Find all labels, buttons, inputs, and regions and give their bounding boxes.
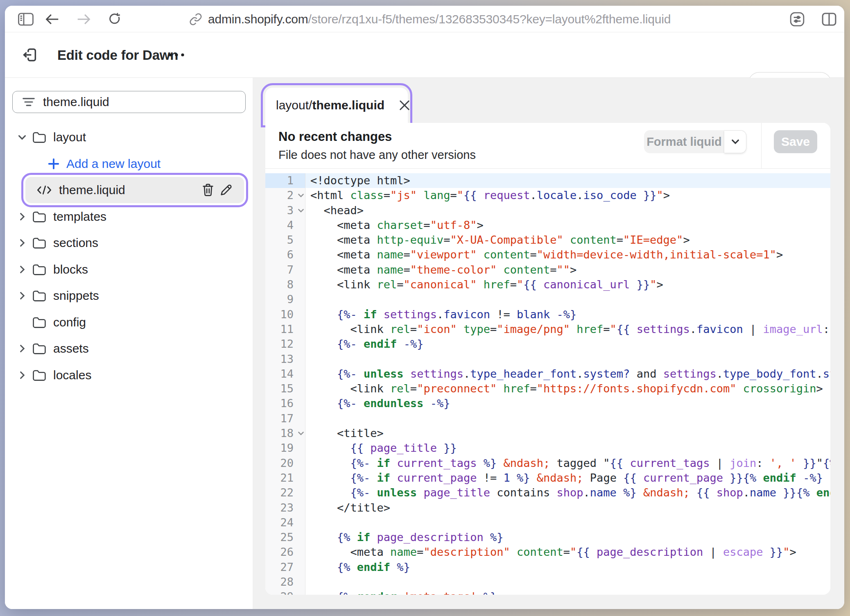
code-text — [305, 352, 830, 367]
line-number: 27 — [265, 560, 305, 575]
code-line[interactable]: 9 — [265, 292, 830, 307]
header-divider — [761, 123, 762, 169]
code-line[interactable]: 27 {% endif %} — [265, 560, 830, 575]
folder-icon — [32, 369, 47, 382]
rename-file-button[interactable] — [217, 181, 235, 199]
search-value: theme.liquid — [43, 95, 109, 109]
code-line[interactable]: 5 <meta http-equiv="X-UA-Compatible" con… — [265, 233, 830, 247]
code-line[interactable]: 15 <link rel="preconnect" href="https://… — [265, 381, 830, 396]
code-line[interactable]: 16 {%- endunless -%} — [265, 396, 830, 411]
reader-settings-icon[interactable] — [786, 6, 808, 32]
line-number: 28 — [265, 575, 305, 589]
fold-chevron-icon[interactable] — [298, 208, 304, 213]
line-number: 25 — [265, 530, 305, 545]
pencil-icon — [219, 183, 233, 197]
exit-icon[interactable] — [20, 45, 39, 64]
address-bar[interactable]: admin.shopify.com/store/rzq1xu-f5/themes… — [208, 12, 671, 26]
code-line[interactable]: 23 </title> — [265, 500, 830, 515]
line-number: 20 — [265, 456, 305, 471]
sidebar-toggle-icon[interactable] — [15, 6, 37, 32]
more-actions-icon[interactable] — [165, 45, 188, 64]
sidebar-folder-sections[interactable]: sections — [5, 230, 253, 256]
code-line[interactable]: 1<!doctype html> — [265, 173, 830, 188]
code-line[interactable]: 17 — [265, 411, 830, 426]
code-line[interactable]: 8 <link rel="canonical" href="{{ canonic… — [265, 277, 830, 292]
sidebar-folder-assets[interactable]: assets — [5, 335, 253, 362]
code-line[interactable]: 29 {% render 'meta-tags' %} — [265, 589, 830, 595]
status-title: No recent changes — [278, 129, 392, 144]
line-number: 24 — [265, 515, 305, 530]
file-search-input[interactable]: theme.liquid — [12, 91, 246, 113]
chevron-right-icon[interactable] — [18, 291, 26, 301]
code-line[interactable]: 22 {%- unless page_title contains shop.n… — [265, 485, 830, 500]
code-editor[interactable]: 1<!doctype html>2<html class="js" lang="… — [265, 169, 830, 595]
folder-label: templates — [53, 210, 106, 224]
sidebar-folder-layout[interactable]: layout — [5, 124, 253, 151]
reload-icon[interactable] — [105, 6, 124, 32]
code-line[interactable]: 20 {%- if current_tags %} &ndash; tagged… — [265, 456, 830, 471]
chevron-right-icon[interactable] — [18, 238, 26, 248]
folder-label: config — [53, 315, 86, 329]
code-text: {%- if current_page != 1 %} &ndash; Page… — [305, 471, 830, 485]
sidebar-folder-config[interactable]: config — [5, 309, 253, 336]
save-button[interactable]: Save — [774, 130, 817, 153]
tab-theme-liquid[interactable]: layout/theme.liquid — [265, 88, 408, 123]
code-file-icon — [36, 184, 52, 196]
code-line[interactable]: 10 {%- if settings.favicon != blank -%} — [265, 307, 830, 322]
fold-chevron-icon[interactable] — [298, 193, 304, 198]
code-line[interactable]: 7 <meta name="theme-color" content=""> — [265, 263, 830, 277]
split-view-icon[interactable] — [818, 6, 840, 32]
fold-chevron-icon[interactable] — [298, 431, 304, 436]
code-line[interactable]: 3 <head> — [265, 203, 830, 218]
plus-icon — [47, 158, 60, 170]
folder-label: locales — [53, 368, 91, 382]
code-line[interactable]: 18 <title> — [265, 426, 830, 441]
chevron-right-icon[interactable] — [18, 370, 26, 380]
file-tree: layoutAdd a new layouttheme.liquidtempla… — [5, 124, 253, 388]
code-line[interactable]: 2<html class="js" lang="{{ request.local… — [265, 188, 830, 203]
code-text: {% render 'meta-tags' %} — [305, 589, 830, 595]
line-number: 15 — [265, 381, 305, 396]
browser-toolbar: admin.shopify.com/store/rzq1xu-f5/themes… — [5, 6, 844, 32]
code-line[interactable]: 25 {% if page_description %} — [265, 530, 830, 545]
code-line[interactable]: 13 — [265, 352, 830, 367]
chevron-right-icon[interactable] — [18, 265, 26, 274]
sidebar-folder-snippets[interactable]: snippets — [5, 283, 253, 309]
format-dropdown-button[interactable] — [724, 130, 746, 153]
line-number: 18 — [265, 426, 305, 441]
status-subtitle: File does not have any other versions — [278, 148, 476, 162]
code-line[interactable]: 11 <link rel="icon" type="image/png" hre… — [265, 322, 830, 337]
code-line[interactable]: 26 <meta name="description" content="{{ … — [265, 545, 830, 559]
code-text: <head> — [305, 203, 830, 218]
format-liquid-button[interactable]: Format liquid — [644, 130, 724, 153]
chevron-right-icon[interactable] — [18, 212, 26, 222]
sidebar-folder-templates[interactable]: templates — [5, 204, 253, 230]
sidebar-folder-blocks[interactable]: blocks — [5, 256, 253, 283]
code-line[interactable]: 14 {%- unless settings.type_header_font.… — [265, 367, 830, 381]
code-line[interactable]: 6 <meta name="viewport" content="width=d… — [265, 247, 830, 262]
line-number: 29 — [265, 589, 305, 595]
add-new-layout-button[interactable]: Add a new layout — [5, 151, 253, 177]
page-title: Edit code for Dawn — [57, 32, 178, 78]
line-number: 14 — [265, 367, 305, 381]
code-line[interactable]: 19 {{ page_title }} — [265, 441, 830, 455]
code-line[interactable]: 21 {%- if current_page != 1 %} &ndash; P… — [265, 471, 830, 485]
code-line[interactable]: 12 {%- endif -%} — [265, 337, 830, 351]
code-line[interactable]: 24 — [265, 515, 830, 530]
chevron-down-icon[interactable] — [17, 133, 27, 141]
code-line[interactable]: 4 <meta charset="utf-8"> — [265, 218, 830, 233]
forward-icon[interactable] — [74, 6, 93, 32]
back-icon[interactable] — [43, 6, 62, 32]
link-icon — [189, 13, 202, 26]
line-number: 11 — [265, 322, 305, 337]
folder-icon — [32, 236, 47, 249]
editor-card: No recent changes File does not have any… — [265, 123, 830, 595]
sidebar-item-theme-liquid[interactable]: theme.liquid — [25, 177, 244, 203]
close-icon[interactable] — [399, 96, 410, 114]
chevron-right-icon[interactable] — [18, 344, 26, 353]
trash-icon — [201, 183, 215, 197]
sidebar-folder-locales[interactable]: locales — [5, 362, 253, 389]
code-line[interactable]: 28 — [265, 575, 830, 589]
code-text — [305, 411, 830, 426]
delete-file-button[interactable] — [199, 181, 217, 199]
